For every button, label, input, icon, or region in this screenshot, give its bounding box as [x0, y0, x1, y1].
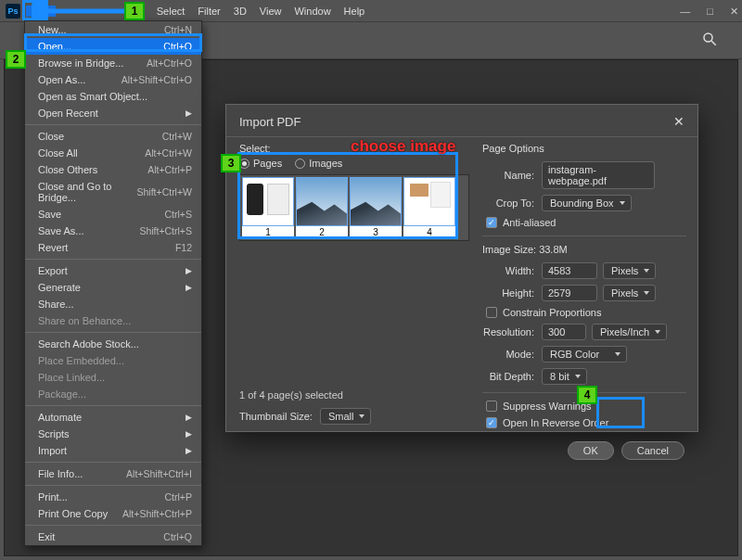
menu-help[interactable]: Help — [338, 6, 372, 17]
menu-item-file-info[interactable]: File Info...Alt+Shift+Ctrl+I — [25, 465, 201, 482]
window-maximize-icon[interactable]: □ — [707, 6, 713, 17]
menu-item-browse-in-bridge[interactable]: Browse in Bridge...Alt+Ctrl+O — [25, 55, 201, 71]
mode-select[interactable]: RGB Color — [542, 346, 627, 363]
reverse-order-label: Open In Reverse Order — [503, 417, 608, 428]
search-icon[interactable] — [701, 31, 718, 51]
name-label: Name: — [482, 170, 542, 181]
menu-item-automate[interactable]: Automate▶ — [25, 409, 201, 426]
selection-status: 1 of 4 page(s) selected — [239, 389, 469, 401]
bitdepth-label: Bit Depth: — [482, 371, 542, 382]
cropto-select[interactable]: Bounding Box — [542, 195, 632, 211]
constrain-checkbox[interactable] — [486, 307, 497, 318]
menu-item-print-one-copy[interactable]: Print One CopyAlt+Shift+Ctrl+P — [25, 505, 201, 522]
menu-3d[interactable]: 3D — [227, 6, 253, 17]
menu-item-print[interactable]: Print...Ctrl+P — [25, 489, 201, 505]
menu-item-close[interactable]: CloseCtrl+W — [25, 128, 201, 145]
window-close-icon[interactable]: ✕ — [730, 6, 738, 18]
app-logo: Ps — [6, 4, 20, 19]
height-field[interactable]: 2579 — [542, 285, 597, 301]
width-label: Width: — [482, 265, 542, 276]
menu-item-scripts[interactable]: Scripts▶ — [25, 426, 201, 442]
annotation-marker-1: 1 — [124, 2, 145, 20]
menu-item-open-recent[interactable]: Open Recent▶ — [25, 105, 201, 121]
resolution-field[interactable]: 300 — [542, 324, 586, 340]
menu-item-close-all[interactable]: Close AllAlt+Ctrl+W — [25, 145, 201, 161]
svg-point-0 — [704, 33, 712, 42]
cancel-button[interactable]: Cancel — [621, 441, 684, 460]
menu-item-close-others[interactable]: Close OthersAlt+Ctrl+P — [25, 161, 201, 178]
thumbnail-3[interactable]: 3 — [350, 177, 402, 238]
constrain-label: Constrain Proportions — [503, 307, 601, 318]
radio-images[interactable]: Images — [295, 158, 342, 169]
width-field[interactable]: 4583 — [542, 262, 597, 279]
menu-item-generate[interactable]: Generate▶ — [25, 279, 201, 296]
menu-item-place-linked[interactable]: Place Linked... — [25, 369, 201, 386]
menu-window[interactable]: Window — [288, 6, 337, 17]
annotation-choose-image: choose image — [351, 137, 455, 156]
menu-item-place-embedded[interactable]: Place Embedded... — [25, 352, 201, 369]
dialog-title: Import PDF — [239, 115, 301, 129]
menu-item-open-as-smart-object[interactable]: Open as Smart Object... — [25, 88, 201, 105]
import-pdf-dialog: Import PDF ✕ Select: Pages Images 1 2 3 … — [225, 104, 698, 432]
thumbnail-4[interactable]: 4 — [403, 177, 455, 238]
menu-item-save-as[interactable]: Save As...Shift+Ctrl+S — [25, 223, 201, 239]
menu-item-share[interactable]: Share... — [25, 296, 201, 312]
menu-select[interactable]: Select — [150, 6, 192, 17]
suppress-checkbox[interactable] — [486, 401, 497, 412]
menu-item-new[interactable]: New...Ctrl+N — [25, 21, 201, 38]
thumbnail-1[interactable]: 1 — [242, 177, 294, 238]
cropto-label: Crop To: — [482, 197, 542, 209]
file-dropdown-menu: New...Ctrl+NOpen...Ctrl+OBrowse in Bridg… — [24, 20, 202, 546]
image-size-header: Image Size: 33.8M — [482, 244, 686, 255]
thumbnail-size-select[interactable]: Small — [320, 408, 372, 425]
menu-filter[interactable]: Filter — [191, 6, 226, 17]
menu-item-open-as[interactable]: Open As...Alt+Shift+Ctrl+O — [25, 71, 201, 88]
thumbnail-grid: 1 2 3 4 — [239, 174, 469, 241]
width-unit-select[interactable]: Pixels — [603, 262, 656, 279]
menu-item-export[interactable]: Export▶ — [25, 262, 201, 279]
menu-item-open[interactable]: Open...Ctrl+O — [25, 38, 201, 55]
menu-item-close-and-go-to-bridge[interactable]: Close and Go to Bridge...Shift+Ctrl+W — [25, 178, 201, 206]
menu-item-import[interactable]: Import▶ — [25, 442, 201, 459]
menu-item-revert[interactable]: RevertF12 — [25, 239, 201, 256]
mode-label: Mode: — [482, 349, 542, 360]
resolution-unit-select[interactable]: Pixels/Inch — [592, 324, 667, 340]
bitdepth-select[interactable]: 8 bit — [542, 368, 587, 385]
antialiased-label: Anti-aliased — [503, 217, 556, 228]
window-minimize-icon[interactable]: — — [680, 6, 690, 17]
menu-item-search-adobe-stock[interactable]: Search Adobe Stock... — [25, 336, 201, 352]
menu-view[interactable]: View — [253, 6, 288, 17]
annotation-marker-3: 3 — [221, 154, 241, 172]
svg-line-1 — [711, 41, 716, 45]
ok-button[interactable]: OK — [568, 441, 614, 460]
dialog-close-icon[interactable]: ✕ — [673, 114, 684, 129]
menu-item-exit[interactable]: ExitCtrl+Q — [25, 528, 201, 545]
resolution-label: Resolution: — [482, 326, 542, 337]
page-options-header: Page Options — [482, 143, 686, 154]
menu-item-package[interactable]: Package... — [25, 386, 201, 402]
reverse-order-checkbox[interactable] — [486, 417, 497, 428]
name-field[interactable]: instagram-webpage.pdf — [542, 161, 655, 189]
height-unit-select[interactable]: Pixels — [603, 285, 656, 301]
height-label: Height: — [482, 287, 542, 299]
radio-pages[interactable]: Pages — [239, 158, 282, 169]
menu-item-save[interactable]: SaveCtrl+S — [25, 206, 201, 223]
menu-item-share-on-behance[interactable]: Share on Behance... — [25, 312, 201, 329]
annotation-marker-4: 4 — [577, 386, 597, 404]
thumbnail-size-label: Thumbnail Size: — [239, 411, 313, 422]
annotation-marker-2: 2 — [6, 50, 26, 69]
antialiased-checkbox[interactable] — [486, 217, 497, 228]
thumbnail-2[interactable]: 2 — [296, 177, 348, 238]
